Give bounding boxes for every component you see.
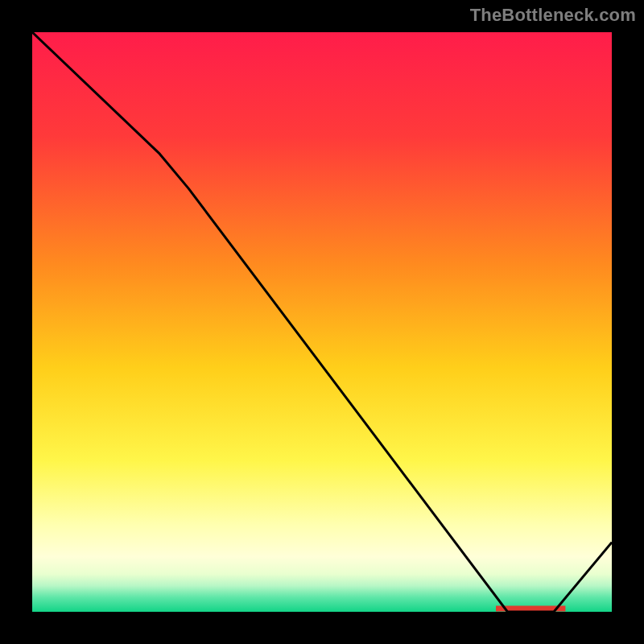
plot-area (32, 32, 612, 612)
chart-svg (32, 32, 612, 612)
gradient-background (32, 32, 612, 612)
chart-frame: TheBottleneck.com (0, 0, 644, 644)
attribution-text: TheBottleneck.com (470, 5, 636, 26)
